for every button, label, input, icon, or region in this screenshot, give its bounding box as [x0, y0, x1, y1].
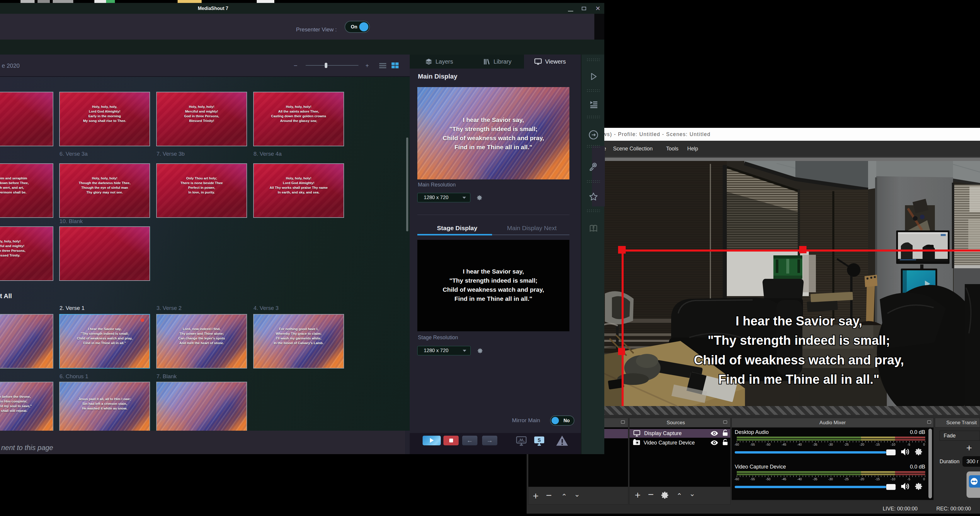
svg-text:"Thy strength indeed is small;: "Thy strength indeed is small;	[708, 333, 890, 347]
svg-text:Child of weakness watch and pr: Child of weakness watch and pray,	[694, 353, 904, 367]
svg-text:Find in me Thine all in all.": Find in me Thine all in all."	[718, 372, 880, 386]
svg-text:I hear the Savior say,: I hear the Savior say,	[736, 314, 862, 328]
svg-text:S: S	[538, 438, 541, 443]
svg-text:⌟M⌞: ⌟M⌞	[517, 438, 525, 443]
